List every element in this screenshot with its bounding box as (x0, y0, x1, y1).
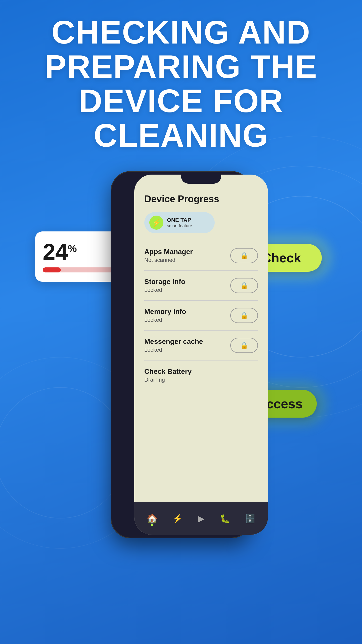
progress-bar-fill (43, 267, 61, 272)
one-tap-main-label: ONE TAP (167, 217, 192, 223)
progress-bar-background (43, 267, 118, 272)
memory-info-status: Locked (144, 317, 186, 323)
list-item-check-battery: Check Battery Draining (144, 360, 258, 390)
main-heading: CHECKING AND PREPARING THE DEVICE FOR CL… (20, 15, 342, 152)
nav-active-dot (151, 524, 153, 526)
messenger-cache-status: Locked (144, 347, 203, 353)
nav-storage[interactable]: 🗄️ (245, 513, 255, 524)
one-tap-icon: ⚡ (149, 216, 163, 230)
bolt-icon: ⚡ (152, 219, 161, 227)
phone-frame: Device Progress ⚡ ONE TAP smart feature … (111, 171, 251, 538)
storage-info-lock-button[interactable]: 🔒 (230, 278, 258, 293)
percent-sign: % (68, 243, 77, 254)
nav-bug[interactable]: 🐛 (219, 513, 230, 524)
list-item-apps-manager: Apps Manager Not scanned 🔒 (144, 241, 258, 271)
memory-info-name: Memory info (144, 308, 186, 316)
list-item-memory-info: Memory info Locked 🔒 (144, 301, 258, 331)
one-tap-badge[interactable]: ⚡ ONE TAP smart feature (144, 212, 215, 233)
phone-notch (181, 175, 221, 184)
nav-play[interactable]: ▶ (198, 513, 204, 524)
bolt-nav-icon: ⚡ (172, 513, 183, 524)
messenger-cache-lock-button[interactable]: 🔒 (230, 338, 258, 353)
percent-value: 24% (43, 241, 118, 263)
play-icon: ▶ (198, 513, 204, 524)
storage-icon: 🗄️ (245, 513, 255, 524)
lock-icon-4: 🔒 (240, 342, 248, 349)
nav-bolt[interactable]: ⚡ (172, 513, 183, 524)
apps-manager-status: Not scanned (144, 257, 193, 263)
one-tap-sub-label: smart feature (167, 223, 192, 228)
phone-screen: Device Progress ⚡ ONE TAP smart feature … (134, 175, 268, 535)
bug-icon: 🐛 (219, 513, 230, 524)
apps-manager-name: Apps Manager (144, 248, 193, 256)
home-icon: 🏠 (147, 513, 157, 524)
phone-wrapper: 24% ⚙ Check ✓ Success Device Progress (90, 171, 272, 564)
lock-icon-3: 🔒 (240, 312, 248, 319)
bottom-navigation: 🏠 ⚡ ▶ 🐛 🗄️ (134, 502, 268, 535)
one-tap-text: ONE TAP smart feature (167, 217, 192, 228)
storage-info-status: Locked (144, 287, 185, 293)
lock-icon: 🔒 (240, 252, 248, 260)
nav-home[interactable]: 🏠 (147, 513, 157, 524)
screen-title: Device Progress (144, 194, 258, 205)
check-battery-placeholder (230, 368, 258, 383)
messenger-cache-name: Messenger cache (144, 338, 203, 346)
check-battery-status: Draining (144, 377, 192, 383)
list-item-storage-info: Storage Info Locked 🔒 (144, 271, 258, 301)
list-item-messenger-cache: Messenger cache Locked 🔒 (144, 331, 258, 360)
apps-manager-lock-button[interactable]: 🔒 (230, 248, 258, 263)
header-title-block: CHECKING AND PREPARING THE DEVICE FOR CL… (0, 15, 362, 152)
storage-info-name: Storage Info (144, 278, 185, 286)
memory-info-lock-button[interactable]: 🔒 (230, 308, 258, 323)
lock-icon-2: 🔒 (240, 282, 248, 290)
check-battery-name: Check Battery (144, 368, 192, 376)
screen-content: Device Progress ⚡ ONE TAP smart feature … (134, 186, 268, 502)
